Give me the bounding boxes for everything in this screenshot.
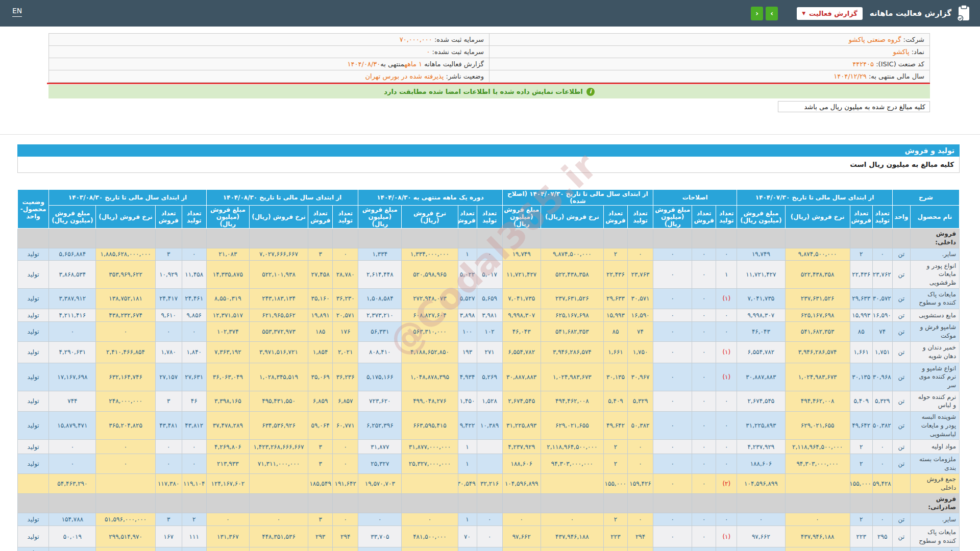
metric-header: تعداد فروش bbox=[850, 206, 872, 229]
value-cell: ۳۷,۴۷۸,۲۸۹ bbox=[206, 411, 249, 439]
value-cell: ۸۵ bbox=[603, 321, 627, 341]
value-cell: ۷۱,۳۱۱,۰۰۰,۰۰۰ bbox=[249, 454, 308, 474]
company-info-cell: وضعیت ناشر: پذیرفته شده در بورس تهران bbox=[49, 70, 489, 83]
value-cell: ۵۲۲,۱۰۱,۹۳۸ bbox=[249, 260, 308, 288]
previous-report-button[interactable]: ‹ bbox=[751, 7, 763, 20]
value-cell: ۳۶۹ bbox=[628, 547, 653, 551]
value-cell: ۲۷۱ bbox=[477, 341, 502, 363]
value-cell: ۱ bbox=[458, 440, 477, 454]
value-cell: ۵,۶۵۶,۸۸۴ bbox=[49, 248, 96, 260]
table-row: مواد اولیهتن۰۲۲,۱۱۸,۹۶۴,۵۰۰,۰۰۰۴,۲۳۷,۹۲۹… bbox=[18, 440, 960, 454]
value-cell: ۱۵۵,۰۰۰ bbox=[850, 473, 872, 493]
value-cell: ۴,۲۳۷,۹۲۹ bbox=[737, 440, 785, 454]
section-cell bbox=[603, 229, 627, 248]
section-row: فروش صادراتی: bbox=[18, 493, 960, 513]
navbar-right-cluster: گزارش فعالیت ماهانه گزارش فعالیت ▼ › ‹ bbox=[748, 0, 971, 27]
metric-header: تعداد فروش bbox=[155, 206, 182, 229]
value-cell: ۶۶۳,۵۹۵,۴۱۵ bbox=[402, 411, 458, 439]
value-cell: ۸۵ bbox=[850, 321, 872, 341]
status-cell: تولید bbox=[18, 321, 49, 341]
value-cell: ۵۹,۰۶۴ bbox=[308, 411, 333, 439]
value-cell: ۴۲۶,۵۰۰,۹۹۴ bbox=[96, 547, 155, 551]
value-cell: ۱۹۳ bbox=[458, 341, 477, 363]
value-cell: ۰ bbox=[653, 454, 692, 474]
period-group-header: از ابتدای سال مالی تا تاریخ ۱۴۰۴/۰۸/۳۰ bbox=[206, 190, 358, 206]
value-cell: ۱۲,۳۷۱,۵۱۷ bbox=[206, 309, 249, 321]
value-cell: ۹,۸۵۶ bbox=[182, 309, 206, 321]
value-cell: ۶۲۱,۹۶۵,۵۶۲ bbox=[249, 309, 308, 321]
banner-text: اطلاعات نمایش داده شده با اطلاعات امضا ش… bbox=[384, 88, 583, 95]
value-cell: ۰ bbox=[155, 454, 182, 474]
value-cell: ۹,۸۷۴,۵۰۰,۰۰۰ bbox=[785, 248, 850, 260]
language-toggle-en[interactable]: EN bbox=[12, 7, 22, 17]
value-cell: ۰ bbox=[692, 260, 716, 288]
value-cell: ۳۰,۵۷۲ bbox=[872, 288, 892, 309]
section-cell bbox=[628, 229, 653, 248]
value-cell: ۰ bbox=[692, 411, 716, 439]
metric-header: تعداد فروش bbox=[458, 206, 477, 229]
value-cell: ۱,۷۵۰ bbox=[628, 341, 653, 363]
section-cell bbox=[692, 229, 716, 248]
value-cell: ۱۰۲ bbox=[477, 321, 502, 341]
signature-match-banner: i اطلاعات نمایش داده شده با اطلاعات امضا… bbox=[48, 85, 930, 98]
value-cell: ۹,۹۹۸,۳۰۷ bbox=[737, 309, 785, 321]
value-cell: ۳۶,۰۶۳,۰۴۹ bbox=[206, 363, 249, 391]
value-cell: ۲ bbox=[603, 440, 627, 454]
value-cell: ۰ bbox=[653, 473, 692, 493]
next-report-button[interactable]: › bbox=[766, 7, 778, 20]
value-cell: ۰ bbox=[402, 513, 458, 526]
table-units-note: کلیه مبالغ به میلیون ریال است bbox=[17, 157, 960, 173]
section-cell bbox=[155, 493, 182, 513]
value-cell: ۲۴,۴۶۱ bbox=[182, 288, 206, 309]
value-cell: ۵۶۳,۳۱۰,۰۰۰ bbox=[402, 321, 458, 341]
value-cell: ۰ bbox=[785, 513, 850, 526]
metric-header: نرخ فروش (ریال) bbox=[402, 206, 458, 229]
value-cell: ۳ bbox=[308, 440, 333, 454]
value-cell: ۴۶,۰۴۳ bbox=[737, 321, 785, 341]
section-cell bbox=[872, 229, 892, 248]
value-cell: ۰ bbox=[692, 473, 716, 493]
section-label: فروش داخلی: bbox=[910, 229, 959, 248]
table-row: انواع پودر و مایعات ظرفشوییتن۲۳,۷۶۲۲۲,۴۳… bbox=[18, 260, 960, 288]
metric-header: نرخ فروش (ریال) bbox=[96, 206, 155, 229]
section-cell bbox=[402, 493, 458, 513]
section-cell bbox=[502, 229, 541, 248]
value-cell: (۲) bbox=[716, 473, 737, 493]
value-cell: ۰ bbox=[653, 411, 692, 439]
production-sales-table: شرحاز ابتدای سال مالی تا تاریخ ۱۴۰۴/۰۷/۳… bbox=[17, 189, 960, 551]
value-cell: ۹۷,۶۶۲ bbox=[737, 526, 785, 547]
section-cell bbox=[541, 229, 603, 248]
section-cell bbox=[182, 229, 206, 248]
value-cell: ۲۹۴ bbox=[333, 526, 358, 547]
unit-cell: تن bbox=[892, 363, 910, 391]
unit-cell bbox=[892, 473, 910, 493]
value-cell: ۰ bbox=[333, 440, 358, 454]
value-cell: ۰ bbox=[872, 513, 892, 526]
value-cell: ۱۱۱ bbox=[182, 526, 206, 547]
value-cell bbox=[249, 473, 308, 493]
value-cell: ۷,۰۴۱,۷۳۵ bbox=[737, 288, 785, 309]
section-cell bbox=[49, 229, 96, 248]
section-cell bbox=[477, 229, 502, 248]
value-cell: ۰ bbox=[653, 526, 692, 547]
value-cell: ۰ bbox=[49, 454, 96, 474]
value-cell: ۰ bbox=[653, 260, 692, 288]
value-cell: ۶۲۹,۰۲۱,۶۵۵ bbox=[785, 411, 850, 439]
value-cell: ۰ bbox=[653, 513, 692, 526]
value-cell: ۰ bbox=[692, 440, 716, 454]
report-type-button[interactable]: گزارش فعالیت ▼ bbox=[797, 7, 863, 20]
value-cell: ۹۴,۳۰۳,۰۰۰,۰۰۰ bbox=[541, 454, 603, 474]
table-row: مایعات پاک کننده و سطوحتن۳۰,۵۷۲۲۹,۶۳۳۲۳۷… bbox=[18, 288, 960, 309]
value-cell: ۵۲۷ bbox=[182, 547, 206, 551]
value-cell: ۱۸۵ bbox=[308, 321, 333, 341]
value-cell: ۵,۳۲۹ bbox=[872, 391, 892, 411]
value-cell bbox=[785, 473, 850, 493]
value-cell: ۵۶,۳۳۱ bbox=[358, 321, 402, 341]
value-cell: ۱۳۸,۷۵۲,۱۸۱ bbox=[96, 288, 155, 309]
value-cell: ۳۰,۹۶۷ bbox=[628, 363, 653, 391]
value-cell: ۰ bbox=[692, 321, 716, 341]
value-cell: ۳۶۹ bbox=[872, 547, 892, 551]
section-cell bbox=[785, 493, 850, 513]
value-cell: ۳۵۳,۹۶۹,۶۲۲ bbox=[96, 260, 155, 288]
value-cell: (۱) bbox=[716, 341, 737, 363]
